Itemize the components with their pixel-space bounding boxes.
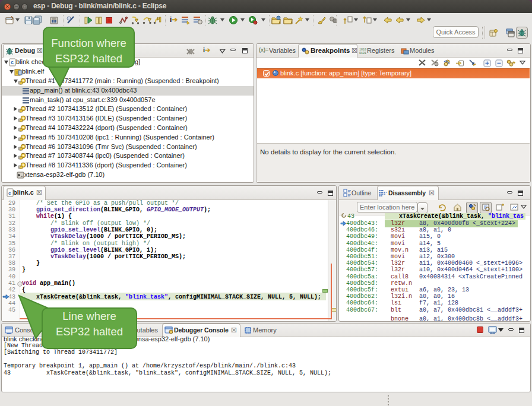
svg-text:c: c: [8, 191, 11, 196]
svg-text:0101: 0101: [359, 52, 366, 55]
svg-text:c: c: [11, 59, 14, 65]
